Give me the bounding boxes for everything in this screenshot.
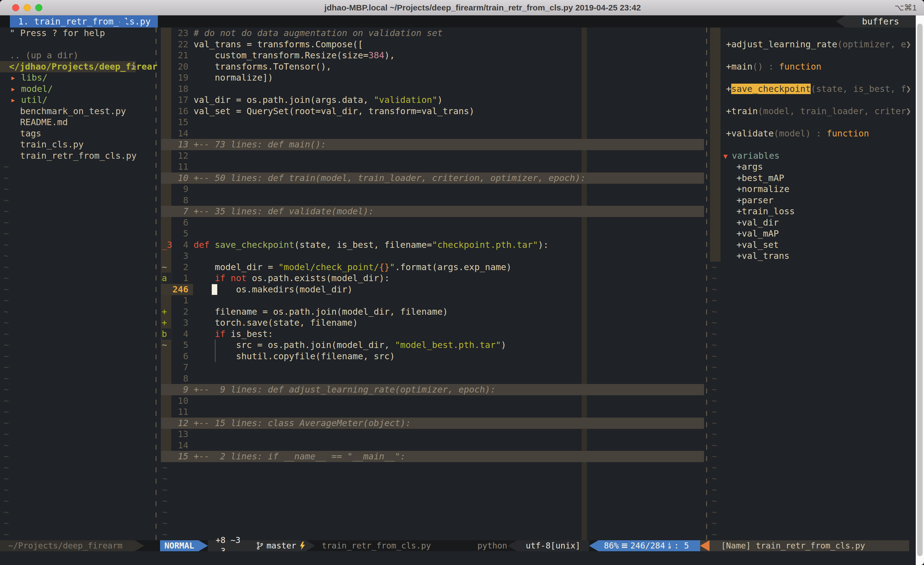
tagbar-empty-line: ~ <box>0 295 916 306</box>
powerline-arrow-icon <box>306 540 315 551</box>
token: +val_mAP <box>736 228 779 239</box>
code-line[interactable]: 17val_dir = os.path.join(args.data, "val… <box>0 94 916 106</box>
code-line[interactable]: 21 custom_transform.Resize(size=384), <box>0 50 916 61</box>
tag-item[interactable]: +main() : function <box>0 61 916 72</box>
mode-indicator: NORMAL <box>160 540 198 551</box>
command-line[interactable] <box>0 551 916 565</box>
token: "validation" <box>374 95 437 105</box>
tag-item[interactable]: +args <box>0 161 916 173</box>
token: +val_set <box>736 240 779 250</box>
tab-current[interactable]: 1. train_retr_from_cls.py <box>10 15 158 27</box>
token: ~ <box>712 307 717 317</box>
token: ~ <box>712 496 717 506</box>
statusline: ~/Projects/deep_firearm NORMAL +8 ~3 -3 … <box>0 540 916 551</box>
tag-item[interactable]: +train(model, train_loader, criterio❯ <box>0 106 916 117</box>
truncation-marker-icon: ❯ <box>906 39 911 50</box>
token: ~ <box>712 329 717 339</box>
tag-item[interactable]: +parser <box>0 195 916 206</box>
token: (model) <box>774 128 811 139</box>
tag-item[interactable]: +val_set <box>0 239 916 251</box>
token: +normalize <box>736 184 789 194</box>
token: normalize]) <box>194 72 273 83</box>
line-number: 19 <box>161 72 188 83</box>
tagbar-empty-line: ~ <box>0 473 916 484</box>
tagbar-empty-line: ~ <box>0 406 916 418</box>
code-line[interactable]: 15 <box>0 117 916 128</box>
tag-item[interactable]: +val_mAP <box>0 228 916 239</box>
tag-item[interactable]: +validate(model) : function <box>0 128 916 139</box>
powerline-arrow-icon <box>135 540 144 551</box>
powerline-arrow-icon <box>508 540 517 551</box>
tagbar-empty-line: ~ <box>0 518 916 529</box>
token: (model, train_loader, criterio <box>758 106 906 116</box>
tagbar-empty-line: ~ <box>0 495 916 507</box>
tag-item[interactable]: ▼ variables <box>0 150 916 161</box>
tag-item[interactable]: +train_loss <box>0 206 916 217</box>
git-segment: +8 ~3 -3 master <box>208 540 306 551</box>
token: ~ <box>712 440 717 451</box>
powerline-arrow-icon <box>589 540 598 551</box>
token: ▼ <box>723 152 732 160</box>
line-number-glyph-icon: LN <box>669 542 671 549</box>
token: +train <box>726 106 758 116</box>
git-branch-icon <box>256 541 263 550</box>
token: save_checkpoint <box>731 84 811 94</box>
token: ~ <box>712 418 717 428</box>
token: ~ <box>712 262 717 272</box>
token: +val_dir <box>736 217 779 228</box>
token: ~ <box>712 529 717 540</box>
macvim-window: jdhao-MBP.local ~/Projects/deep_firearm/… <box>0 0 924 565</box>
token: ~ <box>712 429 717 439</box>
window-title: jdhao-MBP.local ~/Projects/deep_firearm/… <box>0 0 924 15</box>
token: # do not do data augmentation on validat… <box>194 28 442 38</box>
code-line[interactable]: 23# do not do data augmentation on valid… <box>0 27 916 39</box>
token: ~ <box>712 362 717 373</box>
token: + <box>726 84 731 94</box>
tagbar-empty-line: ~ <box>0 273 916 284</box>
statusline-encoding: utf-8[unix] <box>517 540 589 551</box>
tagbar-empty-line: ~ <box>0 418 916 429</box>
cursor-position: 246/284 <box>630 540 665 551</box>
token: ~ <box>712 518 717 528</box>
tag-item[interactable]: +normalize <box>0 183 916 195</box>
tagbar-empty-line: ~ <box>0 362 916 373</box>
tagbar-empty-line: ~ <box>0 462 916 473</box>
line-number: 15 <box>161 117 188 128</box>
tag-item[interactable]: +best_mAP <box>0 173 916 184</box>
token: +val_trans <box>736 251 789 261</box>
token: ~ <box>712 373 717 384</box>
tag-item[interactable]: +val_trans <box>0 250 916 261</box>
line-number: 21 <box>161 50 188 61</box>
token: ) <box>437 95 442 105</box>
token: (optimizer, epo <box>837 39 906 50</box>
tab-arrow-separator-icon <box>120 15 129 27</box>
tagbar-empty-line: ~ <box>0 440 916 451</box>
token: ~ <box>712 384 717 395</box>
code-fold-line[interactable]: 13+-- 73 lines: def main(): <box>0 139 916 150</box>
tag-item[interactable]: +save_checkpoint(state, is_best, fil❯ <box>0 83 916 95</box>
tagbar-empty-line: ~ <box>0 428 916 440</box>
token: +train_loss <box>736 206 795 216</box>
buffers-label: buffers <box>845 15 916 27</box>
token: +-- 73 lines: def main(): <box>194 139 326 150</box>
tagbar-empty-line: ~ <box>0 451 916 462</box>
line-number: 17 <box>161 94 188 106</box>
code-line[interactable]: 19 normalize]) <box>0 72 916 83</box>
scrollbar-track[interactable] <box>916 15 924 565</box>
scrollbar-thumb[interactable] <box>917 24 922 556</box>
token: ~ <box>712 295 717 306</box>
token: ~ <box>712 317 717 328</box>
token: ), <box>384 50 395 60</box>
token: function <box>826 128 869 139</box>
token: ~ <box>712 507 717 517</box>
tabline: 1. train_retr_from_cls.py buffers <box>0 15 924 27</box>
tagbar-empty-line: ~ <box>0 529 916 540</box>
tag-item[interactable]: +adjust_learning_rate(optimizer, epo❯ <box>0 39 916 50</box>
tag-item[interactable]: +val_dir <box>0 217 916 228</box>
token: ~ <box>712 463 717 473</box>
token: custom_transform.Resize(size= <box>194 50 369 60</box>
token: +args <box>736 161 763 172</box>
token: variables <box>732 150 779 161</box>
statusline-filetype: python <box>477 540 507 551</box>
window-shortcut-hint: ⌥⌘1 <box>895 0 917 15</box>
